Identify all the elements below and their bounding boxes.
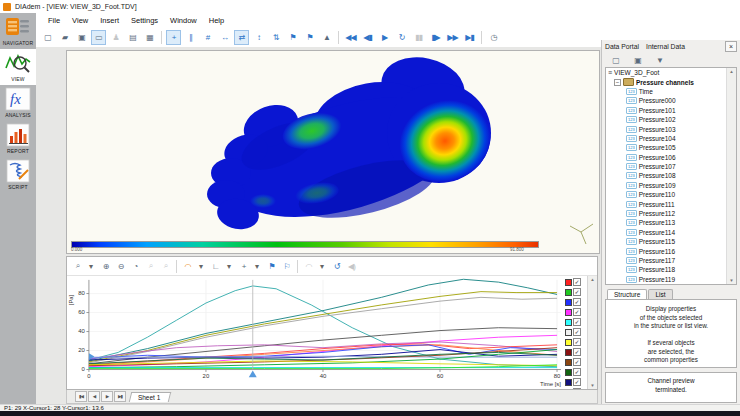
tree-channel-item[interactable]: 123Pressure115 — [606, 237, 727, 246]
flag-set-button[interactable]: ⚑ — [265, 260, 278, 273]
zoom-out-button[interactable]: ⊖ — [114, 260, 127, 273]
pressure-chart[interactable]: 020406080020406080[Pa]Time [s] — [67, 276, 565, 389]
cursor-mode-2-button[interactable]: ⇄ — [234, 30, 249, 45]
zoom-select-dropdown[interactable]: ▾ — [84, 260, 97, 273]
tree-channel-item[interactable]: 123Pressure102 — [606, 115, 727, 124]
tree-channel-item[interactable]: 123Pressure111 — [606, 199, 727, 208]
portal-tab-structure[interactable]: Structure — [607, 289, 647, 299]
sidebar-item-view[interactable]: VIEW — [0, 49, 36, 85]
cursor-mode-4-button[interactable]: ⇅ — [268, 30, 283, 45]
tree-channel-item[interactable]: 123Pressure109 — [606, 181, 727, 190]
tree-scrollbar[interactable]: ▲ ▼ — [726, 68, 736, 284]
tree-root-item[interactable]: ≡VIEW_3D_Foot — [606, 68, 727, 77]
axes-tool-dropdown[interactable]: ▾ — [222, 260, 235, 273]
tree-channel-item[interactable]: 123Pressure000 — [606, 96, 727, 105]
portal-filter-button[interactable]: ▼ — [652, 53, 667, 68]
curve-visibility-checkbox[interactable]: ✓ — [573, 278, 581, 286]
menu-help[interactable]: Help — [203, 14, 230, 27]
open-file-button[interactable]: ▰ — [57, 30, 72, 45]
legend-scrollbar[interactable]: ▲ ▼ — [587, 276, 597, 389]
tree-scroll-up-icon[interactable]: ▲ — [729, 69, 733, 74]
new-file-button[interactable]: ▢ — [40, 30, 55, 45]
cursor-tool-dropdown[interactable]: ▾ — [250, 260, 263, 273]
sidebar-item-script[interactable]: SCRIPT — [0, 157, 36, 193]
legend-scroll-up-icon[interactable]: ▲ — [590, 277, 594, 282]
step-back-button[interactable]: ◀▮ — [360, 30, 375, 45]
curve-visibility-checkbox[interactable]: ✓ — [573, 288, 581, 296]
menu-view[interactable]: View — [66, 14, 94, 27]
curve-visibility-checkbox[interactable]: ✓ — [573, 388, 581, 389]
sheet-first-button[interactable]: ▮◀ — [75, 391, 87, 402]
sheet-next-button[interactable]: ▶ — [101, 391, 113, 402]
sheet-tab[interactable]: Sheet 1 — [129, 392, 172, 402]
tree-channel-item[interactable]: 123Pressure106 — [606, 153, 727, 162]
close-icon[interactable]: × — [725, 41, 737, 52]
flag-ruler-button[interactable]: ⚑ — [285, 30, 300, 45]
cursor-tool-button[interactable]: + — [237, 260, 250, 273]
menu-settings[interactable]: Settings — [125, 14, 164, 27]
tree-channel-item[interactable]: 123Pressure112 — [606, 209, 727, 218]
curve-tool-dropdown[interactable]: ▾ — [194, 260, 207, 273]
tree-channel-item[interactable]: 123Pressure118 — [606, 265, 727, 274]
cursor-mode-1-button[interactable]: ↔ — [217, 30, 232, 45]
internal-data-title[interactable]: Internal Data — [646, 43, 685, 50]
axes-tool-button[interactable]: ∟ — [209, 260, 222, 273]
curve-visibility-checkbox[interactable]: ✓ — [573, 358, 581, 366]
collapse-icon[interactable]: − — [614, 79, 621, 86]
tree-channel-item[interactable]: 123Pressure119 — [606, 275, 727, 284]
band-cursor-button[interactable]: ∥ — [183, 30, 198, 45]
tree-channel-item[interactable]: 123Time — [606, 87, 727, 96]
curve-visibility-checkbox[interactable]: ✓ — [573, 298, 581, 306]
menu-window[interactable]: Window — [164, 14, 203, 27]
curve-visibility-checkbox[interactable]: ✓ — [573, 338, 581, 346]
timer-settings-button[interactable]: ◷ — [486, 30, 501, 45]
calculator-button[interactable]: ▦ — [142, 30, 157, 45]
curve-visibility-checkbox[interactable]: ✓ — [573, 368, 581, 376]
tree-scroll-down-icon[interactable]: ▼ — [729, 278, 733, 283]
curve-visibility-checkbox[interactable]: ✓ — [573, 308, 581, 316]
frame-cursor-button[interactable]: # — [200, 30, 215, 45]
portal-new-button[interactable]: ▢ — [608, 53, 623, 68]
flag-unset-button[interactable]: ⚐ — [280, 260, 293, 273]
curve-visibility-checkbox[interactable]: ✓ — [573, 378, 581, 386]
tree-channel-item[interactable]: 123Pressure104 — [606, 134, 727, 143]
sheet-prev-button[interactable]: ◀ — [88, 391, 100, 402]
curve-transform-button[interactable]: ↺ — [330, 260, 343, 273]
crosshair-cursor-button[interactable]: + — [166, 30, 181, 45]
save-layout-button[interactable]: ▣ — [74, 30, 89, 45]
tree-channel-item[interactable]: 123Pressure116 — [606, 246, 727, 255]
portal-save-button[interactable]: ▣ — [630, 53, 645, 68]
screen-mode-button[interactable]: ▭ — [91, 30, 106, 45]
curve-visibility-checkbox[interactable]: ✓ — [573, 348, 581, 356]
tree-channel-item[interactable]: 123Pressure113 — [606, 218, 727, 227]
rewind-button[interactable]: ◀◀ — [343, 30, 358, 45]
tree-channel-item[interactable]: 123Pressure108 — [606, 171, 727, 180]
sidebar-item-report[interactable]: REPORT — [0, 121, 36, 157]
sidebar-item-analysis[interactable]: fx ANALYSIS — [0, 85, 36, 121]
tree-channel-item[interactable]: 123Pressure114 — [606, 228, 727, 237]
tree-group-item[interactable]: −Pressure channels — [606, 77, 727, 86]
print-button[interactable]: ▤ — [125, 30, 140, 45]
tree-channel-item[interactable]: 123Pressure103 — [606, 124, 727, 133]
x-cursor-handle[interactable] — [249, 370, 257, 377]
curve-visibility-checkbox[interactable]: ✓ — [573, 318, 581, 326]
sheet-last-button[interactable]: ▶▮ — [114, 391, 126, 402]
peak-find-button[interactable]: ▲ — [319, 30, 334, 45]
tree-channel-item[interactable]: 123Pressure107 — [606, 162, 727, 171]
zoom-select-button[interactable]: ⌕ — [71, 260, 84, 273]
view3d-panel[interactable]: 0.000 91.800 — [66, 50, 600, 254]
menu-insert[interactable]: Insert — [94, 14, 125, 27]
tree-channel-item[interactable]: 123Pressure117 — [606, 256, 727, 265]
tree-channel-item[interactable]: 123Pressure101 — [606, 106, 727, 115]
fast-forward-button[interactable]: ▶▶ — [445, 30, 460, 45]
play-button[interactable]: ▶ — [377, 30, 392, 45]
step-forward-button[interactable]: ▮▶ — [428, 30, 443, 45]
zoom-in-button[interactable]: ⊕ — [99, 260, 112, 273]
tree-channel-item[interactable]: 123Pressure105 — [606, 143, 727, 152]
tree-channel-item[interactable]: 123Pressure110 — [606, 190, 727, 199]
replay-button[interactable]: ↻ — [394, 30, 409, 45]
legend-scroll-down-icon[interactable]: ▼ — [590, 383, 594, 388]
cursor-mode-3-button[interactable]: ↕ — [251, 30, 266, 45]
portal-tab-list[interactable]: List — [648, 289, 672, 299]
sidebar-item-navigator[interactable]: NAVIGATOR — [0, 13, 36, 49]
